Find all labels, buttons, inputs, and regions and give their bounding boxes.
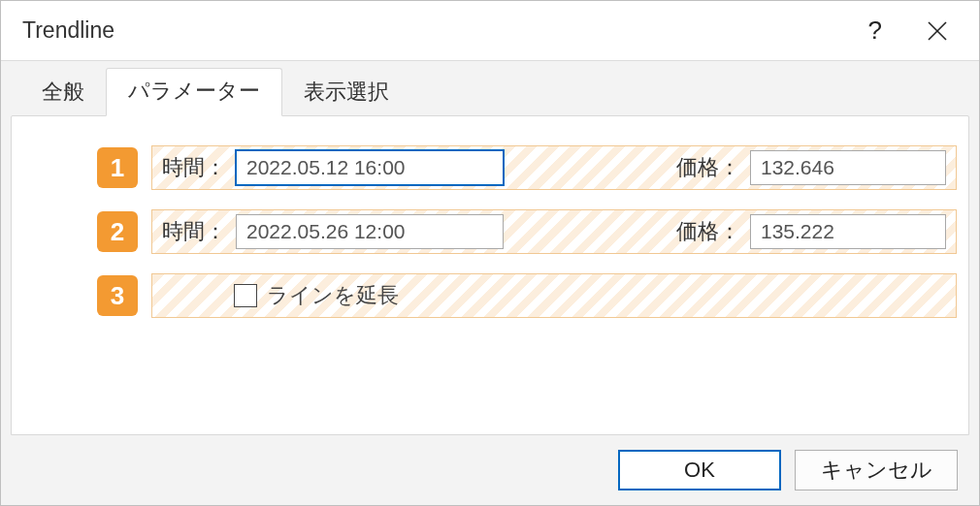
price-label: 価格： — [676, 153, 740, 182]
row-badge: 1 — [97, 147, 138, 188]
row-badge: 3 — [97, 275, 138, 316]
tab-bar: 全般 パラメーター 表示選択 — [11, 71, 969, 115]
row-stripe: 時間： 2022.05.26 12:00 価格： 135.222 — [151, 209, 957, 254]
time-input-2[interactable]: 2022.05.26 12:00 — [236, 214, 504, 249]
time-label: 時間： — [162, 153, 226, 182]
window-title: Trendline — [22, 17, 868, 44]
titlebar-controls: ? — [868, 16, 962, 46]
ok-button[interactable]: OK — [618, 450, 781, 490]
titlebar: Trendline ? — [1, 1, 979, 61]
extend-line-checkbox[interactable] — [234, 284, 257, 307]
time-input-1[interactable]: 2022.05.12 16:00 — [236, 150, 504, 185]
extend-line-label: ラインを延長 — [267, 281, 399, 310]
row-stripe: ラインを延長 — [151, 273, 957, 318]
tab-panel: 1 時間： 2022.05.12 16:00 価格： 132.646 2 時間：… — [11, 115, 969, 435]
row-stripe: 時間： 2022.05.12 16:00 価格： 132.646 — [151, 145, 957, 190]
time-label: 時間： — [162, 217, 226, 246]
price-input-2[interactable]: 135.222 — [750, 214, 946, 249]
close-icon[interactable] — [927, 20, 948, 42]
cancel-button[interactable]: キャンセル — [795, 450, 958, 490]
tab-parameters[interactable]: パラメーター — [106, 68, 282, 116]
dialog-footer: OK キャンセル — [11, 435, 969, 505]
tab-display[interactable]: 表示選択 — [282, 70, 410, 116]
param-row-2: 2 時間： 2022.05.26 12:00 価格： 135.222 — [23, 209, 957, 254]
param-row-1: 1 時間： 2022.05.12 16:00 価格： 132.646 — [23, 145, 957, 190]
param-row-3: 3 ラインを延長 — [23, 273, 957, 318]
price-input-1[interactable]: 132.646 — [750, 150, 946, 185]
tab-general[interactable]: 全般 — [20, 70, 106, 116]
price-label: 価格： — [676, 217, 740, 246]
row-badge: 2 — [97, 211, 138, 252]
dialog-body: 全般 パラメーター 表示選択 1 時間： 2022.05.12 16:00 価格… — [1, 61, 979, 505]
dialog-window: Trendline ? 全般 パラメーター 表示選択 1 時間： 2022.05… — [0, 0, 980, 506]
help-icon[interactable]: ? — [868, 16, 882, 46]
